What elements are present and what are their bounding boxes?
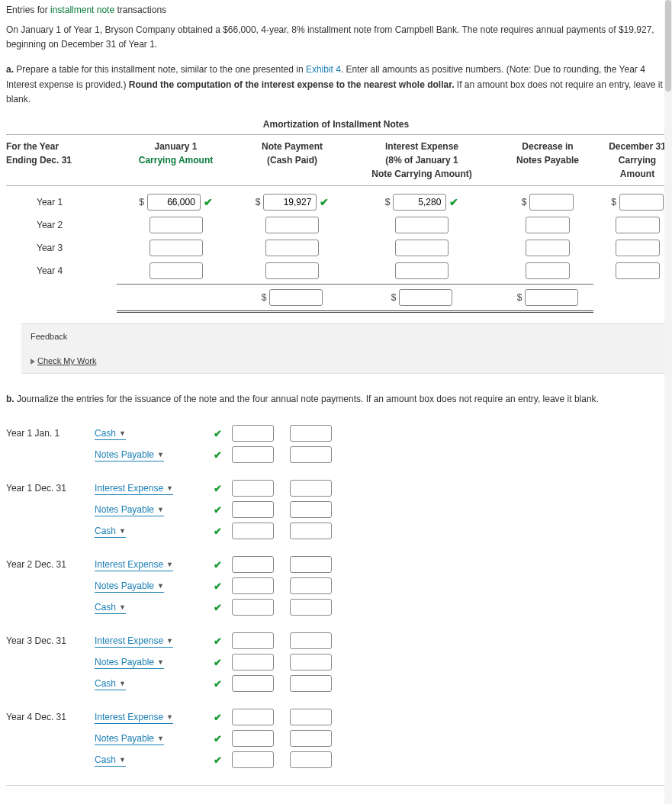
debit-input[interactable] bbox=[232, 730, 274, 747]
account-select[interactable]: Notes Payable▼ bbox=[95, 449, 164, 461]
check-my-work-link[interactable]: Check My Work bbox=[37, 356, 96, 365]
chevron-down-icon: ▼ bbox=[166, 561, 173, 568]
part-a-instructions: a. Prepare a table for this installment … bbox=[6, 63, 666, 107]
debit-input[interactable] bbox=[232, 709, 274, 725]
credit-input[interactable] bbox=[290, 709, 332, 725]
flag-icon bbox=[31, 359, 35, 365]
dollar-sign: $ bbox=[611, 197, 616, 207]
chevron-down-icon: ▼ bbox=[157, 582, 164, 590]
dec31-input[interactable] bbox=[619, 194, 664, 211]
interest-input[interactable] bbox=[395, 262, 449, 279]
payment-input[interactable] bbox=[265, 217, 319, 233]
credit-input[interactable] bbox=[290, 599, 332, 616]
journal-entry: Year 1 Jan. 1Cash▼✔Notes Payable▼✔ bbox=[6, 425, 666, 463]
interest-input[interactable] bbox=[395, 240, 449, 256]
chevron-down-icon: ▼ bbox=[157, 658, 164, 666]
decrease-input[interactable] bbox=[529, 194, 574, 211]
total-payment-input[interactable] bbox=[269, 289, 323, 306]
intro-paragraph: On January 1 of Year 1, Bryson Company o… bbox=[6, 23, 666, 52]
col-int-c: Note Carrying Amount) bbox=[371, 169, 472, 179]
interest-input[interactable] bbox=[395, 217, 449, 233]
account-select[interactable]: Cash▼ bbox=[95, 677, 126, 690]
chevron-down-icon: ▼ bbox=[119, 603, 126, 611]
total-decrease-input[interactable] bbox=[525, 289, 578, 306]
decrease-input[interactable] bbox=[526, 217, 570, 233]
chevron-down-icon: ▼ bbox=[166, 713, 173, 721]
debit-input[interactable] bbox=[232, 523, 274, 539]
jan1-input[interactable] bbox=[150, 217, 203, 233]
debit-input[interactable] bbox=[232, 556, 274, 573]
chevron-down-icon: ▼ bbox=[166, 484, 173, 492]
decrease-input[interactable] bbox=[526, 262, 570, 279]
debit-input[interactable] bbox=[232, 446, 274, 463]
debit-input[interactable] bbox=[232, 577, 274, 594]
credit-input[interactable] bbox=[290, 577, 332, 594]
chevron-down-icon: ▼ bbox=[157, 451, 164, 458]
part-b-label: b. bbox=[6, 394, 14, 404]
payment-input[interactable] bbox=[263, 194, 317, 211]
debit-input[interactable] bbox=[232, 675, 274, 692]
year-label: Year 3 bbox=[6, 243, 117, 253]
debit-input[interactable] bbox=[232, 425, 274, 442]
totals-row: $ $ $ bbox=[117, 284, 593, 313]
chevron-down-icon: ▼ bbox=[166, 637, 173, 645]
account-select[interactable]: Notes Payable▼ bbox=[95, 732, 164, 745]
credit-input[interactable] bbox=[290, 446, 332, 463]
account-select[interactable]: Notes Payable▼ bbox=[95, 503, 164, 516]
account-select[interactable]: Cash▼ bbox=[95, 525, 126, 538]
account-select[interactable]: Interest Expense▼ bbox=[95, 482, 173, 495]
credit-input[interactable] bbox=[290, 632, 332, 649]
debit-input[interactable] bbox=[232, 654, 274, 671]
credit-input[interactable] bbox=[290, 751, 332, 768]
feedback-label: Feedback bbox=[31, 332, 657, 341]
account-select[interactable]: Interest Expense▼ bbox=[95, 635, 173, 648]
separator bbox=[6, 785, 666, 786]
amort-table-title: Amortization of Installment Notes bbox=[6, 113, 666, 135]
debit-input[interactable] bbox=[232, 480, 274, 497]
dec31-input[interactable] bbox=[616, 240, 660, 256]
total-interest-input[interactable] bbox=[399, 289, 452, 306]
check-icon: ✔ bbox=[214, 580, 222, 592]
scrollbar-track[interactable] bbox=[664, 0, 672, 804]
account-select[interactable]: Cash▼ bbox=[95, 601, 126, 614]
scrollbar-thumb[interactable] bbox=[665, 0, 671, 92]
account-select[interactable]: Notes Payable▼ bbox=[95, 656, 164, 669]
jan1-input[interactable] bbox=[147, 194, 201, 211]
credit-input[interactable] bbox=[290, 556, 332, 573]
payment-input[interactable] bbox=[265, 262, 319, 279]
debit-input[interactable] bbox=[232, 632, 274, 649]
dec31-input[interactable] bbox=[616, 217, 660, 233]
part-b-instructions: b. Journalize the entries for the issuan… bbox=[6, 392, 666, 407]
chevron-down-icon: ▼ bbox=[157, 735, 164, 742]
account-select[interactable]: Cash▼ bbox=[95, 754, 126, 767]
journal-date: Year 1 Dec. 31 bbox=[6, 483, 90, 494]
col-end-a: December 31 bbox=[609, 141, 666, 152]
decrease-input[interactable] bbox=[526, 240, 570, 256]
part-a-text1: Prepare a table for this installment not… bbox=[16, 64, 306, 75]
debit-input[interactable] bbox=[232, 501, 274, 518]
account-select[interactable]: Interest Expense▼ bbox=[95, 711, 173, 724]
credit-input[interactable] bbox=[290, 480, 332, 497]
dollar-sign: $ bbox=[517, 292, 522, 303]
interest-input[interactable] bbox=[393, 194, 446, 211]
jan1-input[interactable] bbox=[150, 262, 203, 279]
check-icon: ✔ bbox=[214, 712, 222, 723]
account-select[interactable]: Cash▼ bbox=[95, 427, 126, 440]
payment-input[interactable] bbox=[265, 240, 319, 256]
account-select[interactable]: Notes Payable▼ bbox=[95, 580, 164, 593]
debit-input[interactable] bbox=[232, 751, 274, 768]
debit-input[interactable] bbox=[232, 599, 274, 616]
credit-input[interactable] bbox=[290, 501, 332, 518]
credit-input[interactable] bbox=[290, 730, 332, 747]
exhibit-link[interactable]: Exhibit 4 bbox=[306, 64, 341, 75]
amort-header-row: For the Year Ending Dec. 31 January 1 Ca… bbox=[6, 135, 666, 186]
credit-input[interactable] bbox=[290, 675, 332, 692]
installment-note-link[interactable]: installment note bbox=[50, 5, 114, 15]
credit-input[interactable] bbox=[290, 425, 332, 442]
credit-input[interactable] bbox=[290, 654, 332, 671]
dec31-input[interactable] bbox=[616, 262, 660, 279]
account-select[interactable]: Interest Expense▼ bbox=[95, 558, 173, 571]
credit-input[interactable] bbox=[290, 523, 332, 539]
jan1-input[interactable] bbox=[150, 240, 203, 256]
year-label: Year 2 bbox=[6, 220, 117, 230]
